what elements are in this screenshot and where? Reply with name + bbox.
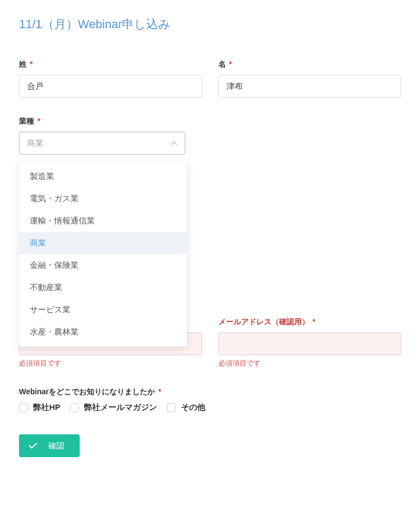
required-mark: *: [158, 387, 161, 396]
dropdown-option[interactable]: サービス業: [19, 299, 187, 321]
required-mark: *: [30, 60, 33, 68]
chevron-up-icon: [171, 141, 177, 145]
industry-dropdown: 製造業 電気・ガス業 運輸・情報通信業 商業 金融・保険業 不動産業 サービス業…: [19, 162, 187, 347]
dropdown-option[interactable]: 電気・ガス業: [19, 188, 187, 210]
industry-label: 業種 *: [19, 117, 185, 126]
checkbox-label: 弊社HP: [33, 402, 60, 413]
form-title: 11/1（月）Webinar申し込み: [19, 16, 401, 33]
checkbox-other[interactable]: [167, 403, 176, 412]
source-group: Webinarをどこでお知りになりましたか * 弊社HP 弊社メールマガジン そ…: [19, 387, 401, 413]
source-option: 弊社HP: [19, 402, 60, 413]
checkbox-label: 弊社メールマガジン: [84, 402, 157, 413]
industry-selected-value: 商業: [27, 138, 43, 149]
lastname-group: 姓 *: [19, 60, 202, 98]
confirm-button-label: 確認: [48, 441, 64, 451]
dropdown-option[interactable]: 水産・農林業: [19, 321, 187, 343]
dropdown-option[interactable]: 製造業: [19, 165, 187, 188]
required-mark: *: [229, 60, 231, 68]
email-confirm-group: メールアドレス（確認用） * 必須項目です: [218, 317, 402, 368]
firstname-group: 名 *: [218, 60, 402, 98]
check-icon: [29, 443, 37, 449]
checkbox-label: その他: [181, 402, 205, 413]
dropdown-option[interactable]: 商業: [19, 232, 187, 254]
lastname-label: 姓 *: [19, 60, 202, 69]
email-confirm-error: 必須項目です: [218, 358, 402, 368]
lastname-input[interactable]: [19, 75, 202, 98]
source-option: 弊社メールマガジン: [70, 402, 157, 413]
checkbox-mailmag[interactable]: [70, 403, 79, 412]
dropdown-option[interactable]: 金融・保険業: [19, 254, 187, 277]
email-confirm-label: メールアドレス（確認用） *: [218, 317, 402, 327]
firstname-label: 名 *: [218, 60, 402, 69]
dropdown-option[interactable]: 不動産業: [19, 277, 187, 299]
source-option: その他: [167, 402, 205, 413]
required-mark: *: [37, 117, 40, 125]
email-confirm-input[interactable]: [218, 332, 402, 355]
industry-select[interactable]: 商業: [19, 132, 185, 155]
checkbox-hp[interactable]: [19, 403, 28, 412]
required-mark: *: [312, 317, 315, 326]
confirm-button[interactable]: 確認: [19, 434, 80, 457]
source-label: Webinarをどこでお知りになりましたか *: [19, 387, 401, 397]
dropdown-option[interactable]: 運輸・情報通信業: [19, 210, 187, 232]
firstname-input[interactable]: [218, 75, 402, 98]
industry-group: 業種 * 商業 製造業 電気・ガス業 運輸・情報通信業 商業 金融・保険業 不動…: [19, 117, 185, 155]
email-error: 必須項目です: [19, 358, 202, 368]
